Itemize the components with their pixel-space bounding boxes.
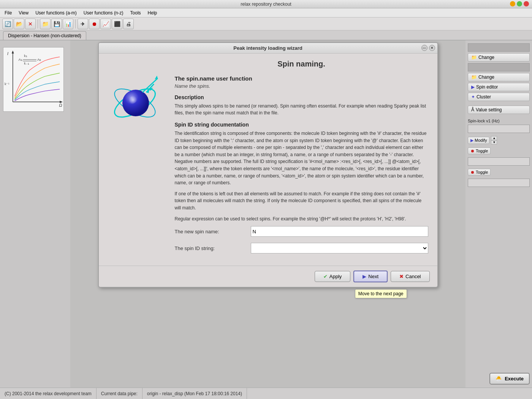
spin-name-input[interactable] [251,226,428,237]
cancel-button[interactable]: ✖ Cancel [391,271,429,282]
dialog-logo-area [99,54,171,266]
menu-view[interactable]: View [16,10,32,16]
toolbar-separator-1 [38,19,38,28]
change-button-2[interactable]: 📁 Change [468,73,530,81]
spin-id-para1: The identification string is composed of… [175,130,428,187]
toggle-label-1: Toggle [476,149,488,153]
change-button-1[interactable]: 📁 Change [468,53,530,62]
minimize-btn[interactable] [510,1,515,6]
toolbar: 🔄 📂 ✕ 📁 💾 📊 ✈ ⏺ 📈 ⬛ 🖨 [0,17,532,30]
spinner-up-1[interactable]: ▲ [491,136,497,140]
restore-btn[interactable] [517,1,522,6]
dialog-title: Peak intensity loading wizard [233,45,302,51]
spin-editor-icon: ▶ [471,84,475,90]
execute-button[interactable]: 🐣 Execute [489,373,530,385]
peak-intensity-wizard: Peak intensity loading wizard — ✕ [98,42,438,288]
toggle-label-2: Toggle [476,170,488,174]
value-setting-icon: Å [471,107,474,112]
cluster-button[interactable]: ✦ Cluster [468,93,530,101]
modify-row: ▶ Modify ▲ ▼ [468,136,530,144]
folder-icon-1: 📁 [471,55,477,60]
cluster-icon: ✦ [471,94,475,100]
right-input-1 [468,43,530,52]
menu-tools[interactable]: Tools [127,10,144,16]
dialog-content-area: Spin naming. The spin.name user function… [171,54,437,266]
execute-label: Execute [505,376,524,382]
menu-help[interactable]: Help [145,10,160,16]
dialog-title-bar: Peak intensity loading wizard — ✕ [99,43,437,54]
spin-id-title: Spin ID string documentation [175,122,428,128]
apply-check-icon: ✔ [323,274,328,279]
right-panel: 📁 Change 📁 Change ▶ Spin editor ✦ Cluste… [466,40,532,388]
execute-icon: 🐣 [496,376,502,382]
toolbar-stop[interactable]: ⬛ [112,19,122,29]
atom-icon [108,69,162,130]
value-setting-section: Å Value setting [468,106,530,114]
dialog-body: Spin naming. The spin.name user function… [99,54,437,266]
apply-label: Apply [329,274,342,279]
modify-button[interactable]: ▶ Modify [468,137,489,144]
spin-id-select[interactable] [251,243,428,253]
svg-text:k₋₁: k₋₁ [24,62,29,65]
spinner-down-1[interactable]: ▼ [491,140,497,144]
modify-label: Modify [475,138,487,142]
wizard-heading: Spin naming. [175,60,428,68]
value-setting-label: Value setting [476,107,502,112]
function-subtitle: Name the spins. [175,83,428,89]
toolbar-print[interactable]: 🖨 [123,19,134,29]
title-bar: relax repository checkout [0,0,532,8]
menu-user-functions-nz[interactable]: User functions (n-z) [81,10,127,16]
toolbar-refresh[interactable]: 🔄 [2,19,13,29]
menu-file[interactable]: File [2,10,15,16]
spin-editor-button[interactable]: ▶ Spin editor [468,83,530,91]
svg-text:Ω: Ω [59,103,62,108]
window-title: relax repository checkout [241,2,291,7]
toolbar-export[interactable]: 📊 [63,19,73,29]
toolbar-save[interactable]: 💾 [51,19,62,29]
value-setting-button[interactable]: Å Value setting [468,106,530,114]
right-text-input-2[interactable] [468,157,530,166]
spin-id-para2: If one of the tokens is left out then al… [175,190,428,212]
svg-marker-3 [12,51,14,54]
tab-dispersion[interactable]: Dispersion - Hansen (non-clustered) [3,31,86,40]
close-btn[interactable] [524,1,529,6]
status-bar: (C) 2001-2014 the relax development team… [0,388,532,399]
dialog-overlay: Peak intensity loading wizard — ✕ [68,40,467,388]
next-tooltip: Move to the next page [355,289,407,298]
spin-lock-input[interactable] [468,125,530,133]
spin-name-label: The new spin name: [175,229,251,234]
dialog-minimize-btn[interactable]: — [421,45,428,51]
modify-icon: ▶ [470,138,473,143]
apply-button[interactable]: ✔ Apply [315,271,351,282]
toolbar-chart[interactable]: 📈 [100,19,111,29]
dialog-controls: — ✕ [421,45,435,51]
window-controls [510,1,529,6]
toggle-button-2[interactable]: ⏺ Toggle [468,169,491,176]
toolbar-open2[interactable]: 📁 [40,19,51,29]
toolbar-record[interactable]: ⏺ [89,19,100,29]
dialog-footer: ✔ Apply ▶ Next ✖ Cancel Move to the next… [99,266,437,287]
toggle-icon-1: ⏺ [470,149,475,153]
spin-id-label: The spin ID string: [175,245,251,251]
dialog-close-btn[interactable]: ✕ [429,45,435,51]
menu-user-functions-am[interactable]: User functions (a-m) [32,10,80,16]
spin-lock-label: Spin-lock v1 (Hz) [468,119,530,123]
svg-text:A₂: A₂ [37,57,41,62]
description-title: Description [175,94,428,100]
right-text-input-3[interactable] [468,179,530,187]
toggle-button-1[interactable]: ⏺ Toggle [468,147,491,154]
next-button[interactable]: ▶ Next [353,271,388,282]
tab-bar: Dispersion - Hansen (non-clustered) [0,30,532,40]
toolbar-run[interactable]: ✈ [78,19,88,29]
graph-area: I Ω k₁ A₁ A₂ k₋₁ k⁻¹ [3,47,64,112]
toolbar-close[interactable]: ✕ [25,19,36,29]
copyright-text: (C) 2001-2014 the relax development team [0,388,97,399]
spinner-1[interactable]: ▲ ▼ [491,136,497,144]
svg-text:I: I [7,51,8,56]
data-pipe-label: Current data pipe: [97,388,142,399]
change-label-1: Change [478,55,494,60]
toolbar-open[interactable]: 📂 [14,19,24,29]
svg-text:k⁻¹: k⁻¹ [5,82,9,86]
svg-text:k₁: k₁ [24,54,27,58]
toggle-row-1: ⏺ Toggle [468,147,530,154]
